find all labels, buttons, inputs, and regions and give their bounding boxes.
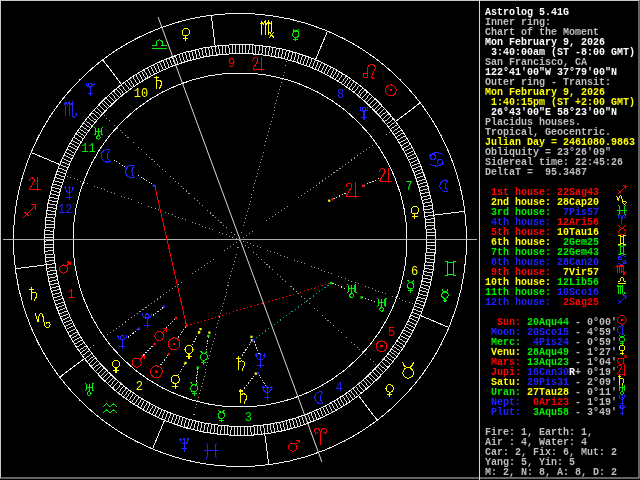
svg-text:6: 6 xyxy=(411,265,418,279)
svg-text:10: 10 xyxy=(134,87,148,101)
svg-text:12: 12 xyxy=(58,203,72,217)
svg-text:11: 11 xyxy=(81,142,95,156)
svg-text:7: 7 xyxy=(405,180,412,194)
svg-text:8: 8 xyxy=(337,88,344,102)
svg-text:9: 9 xyxy=(228,57,235,71)
svg-text:5: 5 xyxy=(388,326,395,340)
svg-text:2: 2 xyxy=(136,380,143,394)
svg-text:1: 1 xyxy=(67,288,74,302)
svg-text:4: 4 xyxy=(335,381,342,395)
svg-text:3: 3 xyxy=(245,411,252,425)
